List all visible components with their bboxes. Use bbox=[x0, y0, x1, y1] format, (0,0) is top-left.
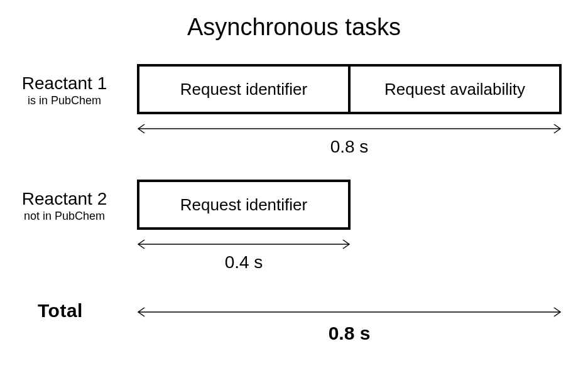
row-2-subtext: not in PubChem bbox=[0, 210, 129, 223]
row-1-label: Reactant 1 is in PubChem bbox=[0, 74, 129, 107]
row-2-step-1: Request identifier bbox=[137, 180, 351, 230]
diagram-title: Asynchronous tasks bbox=[0, 14, 588, 41]
row-2-duration-arrow bbox=[137, 239, 351, 250]
total-label: Total bbox=[38, 300, 83, 321]
row-1-step-2: Request availability bbox=[348, 64, 562, 114]
row-1-name: Reactant 1 bbox=[0, 74, 129, 94]
diagram-stage: Asynchronous tasks Reactant 1 is in PubC… bbox=[0, 0, 588, 388]
total-duration: 0.8 s bbox=[137, 323, 562, 344]
row-1-step-1: Request identifier bbox=[137, 64, 351, 114]
row-1-duration: 0.8 s bbox=[137, 137, 562, 157]
row-1-duration-arrow bbox=[137, 123, 562, 134]
row-2-duration: 0.4 s bbox=[137, 252, 351, 272]
row-1-subtext: is in PubChem bbox=[0, 95, 129, 107]
total-duration-arrow bbox=[137, 306, 562, 318]
row-2-name: Reactant 2 bbox=[0, 190, 129, 209]
row-2-label: Reactant 2 not in PubChem bbox=[0, 190, 129, 223]
